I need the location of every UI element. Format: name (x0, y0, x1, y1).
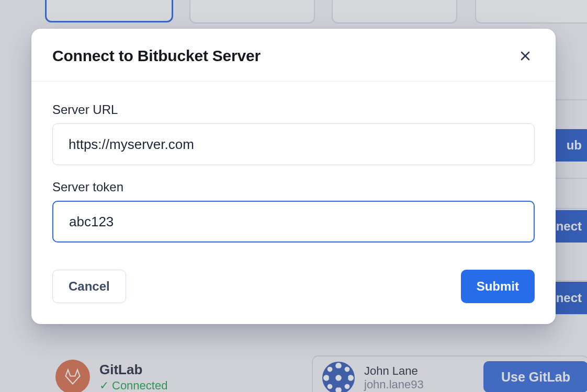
svg-point-9 (345, 384, 350, 389)
status-text: Connected (112, 379, 167, 393)
check-icon: ✓ (99, 379, 109, 393)
user-name: John Lane (364, 364, 424, 378)
field-server-token: Server token (52, 180, 535, 243)
svg-point-4 (323, 375, 330, 381)
modal-body: Server URL Server token (31, 82, 556, 247)
svg-point-7 (345, 366, 350, 372)
server-token-label: Server token (52, 180, 535, 194)
svg-point-2 (335, 362, 342, 368)
svg-point-5 (347, 375, 354, 381)
integration-name: GitLab (99, 362, 167, 378)
integration-card-gitlab: GitLab ✓ Connected (46, 355, 177, 392)
close-button[interactable] (516, 47, 535, 65)
user-avatar-icon (322, 362, 355, 393)
field-server-url: Server URL (52, 102, 535, 165)
server-url-label: Server URL (52, 102, 535, 117)
modal-footer: Cancel Submit (31, 247, 556, 324)
modal-header: Connect to Bitbucket Server (31, 29, 556, 82)
submit-button[interactable]: Submit (461, 270, 535, 303)
modal-title: Connect to Bitbucket Server (52, 47, 261, 65)
cancel-button[interactable]: Cancel (52, 270, 126, 303)
close-icon (519, 50, 532, 62)
bg-tab: React Native (475, 0, 587, 24)
server-url-input[interactable] (52, 123, 535, 165)
svg-point-8 (328, 384, 333, 389)
bg-tab-selected (45, 0, 173, 22)
bg-tab (189, 0, 315, 24)
bg-tab (332, 0, 457, 24)
svg-point-6 (328, 366, 333, 372)
use-gitlab-button: Use GitLab (483, 361, 587, 392)
user-handle: john.lane93 (364, 378, 424, 391)
status-badge: ✓ Connected (99, 379, 167, 393)
connect-bitbucket-modal: Connect to Bitbucket Server Server URL S… (31, 29, 556, 324)
svg-point-1 (335, 375, 342, 381)
gitlab-icon (55, 360, 90, 392)
server-token-input[interactable] (52, 201, 535, 243)
